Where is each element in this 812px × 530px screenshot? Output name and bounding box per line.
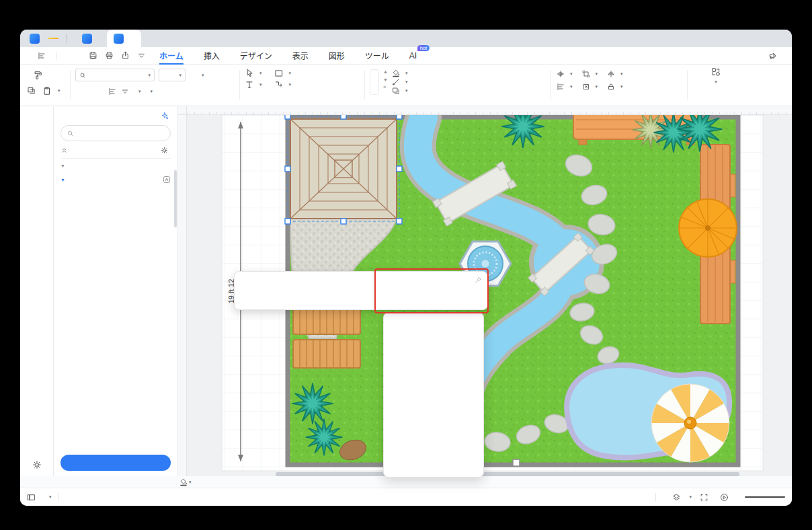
see-more-button[interactable] (60, 455, 171, 471)
resize-handle[interactable] (513, 459, 520, 466)
shape-search-input[interactable] (60, 125, 171, 141)
numbered-list-icon[interactable] (108, 87, 116, 96)
shapes-panel: ▼ ▼ (54, 106, 178, 476)
atoz-icon[interactable] (163, 176, 171, 184)
document-tab-garden-design[interactable] (75, 30, 107, 47)
collapse-all-button[interactable] (60, 147, 71, 154)
statusbar: ▾ ▾ (20, 488, 792, 506)
presentation-play-icon[interactable] (720, 493, 729, 502)
menubar: ホーム 挿入 デザイン 表示 図 (20, 47, 792, 65)
edrawmax-logo (30, 34, 40, 44)
tools-group: ▾ ▾ ▾ ▾ (245, 67, 360, 104)
font-size-select[interactable]: ▾ (159, 69, 186, 81)
size-menu[interactable]: ▾ (582, 83, 598, 91)
size-icon (582, 83, 590, 91)
divider (67, 34, 67, 43)
megaphone-icon (768, 51, 778, 61)
menu-tab[interactable]: 挿入 (202, 47, 221, 64)
ruler-corner (178, 106, 187, 115)
text-tool[interactable]: ▾ (245, 80, 262, 89)
select-tool[interactable]: ▾ (245, 69, 262, 78)
font-group: ▾ ▾ ▾ ▾ ▾ (75, 67, 235, 104)
shadow-icon (392, 87, 400, 95)
gear-icon (161, 147, 168, 154)
panel-scrollbar[interactable] (174, 170, 177, 227)
fullscreen-icon (700, 493, 708, 502)
publish-button[interactable] (768, 51, 781, 61)
position-menu[interactable]: ▾ (557, 70, 573, 78)
manage-button[interactable] (161, 147, 171, 154)
edrawmax-window: ホーム 挿入 デザイン 表示 図 (20, 30, 792, 506)
search-results-section[interactable]: ▼ (60, 163, 171, 168)
vertical-ruler (178, 115, 187, 476)
page-selector-caret[interactable]: ▾ (49, 494, 52, 500)
print-icon[interactable] (105, 51, 114, 60)
left-sidebar (20, 106, 54, 476)
text-icon (245, 80, 254, 89)
ribbon-toolbar: ▾ ▾ ▾ ▾ (20, 65, 792, 106)
rotate-icon (607, 70, 615, 78)
export-icon[interactable] (121, 51, 130, 60)
connector-icon (274, 80, 284, 89)
cursor-icon (245, 69, 254, 78)
ai-symbols-link[interactable] (161, 112, 171, 120)
font-family-select[interactable]: ▾ (75, 69, 155, 81)
format-painter-icon[interactable] (33, 71, 42, 80)
fill-menu[interactable]: ▾ (392, 69, 408, 77)
line-icon (392, 78, 400, 86)
save-icon[interactable] (89, 51, 97, 60)
bullet-list-icon[interactable] (121, 87, 129, 96)
pro-badge (48, 38, 58, 39)
zoom-slider[interactable] (745, 496, 785, 498)
menu-tab[interactable]: デザイン (239, 47, 274, 64)
collapse-ribbon-icon[interactable] (137, 51, 146, 60)
gazebo[interactable] (290, 119, 397, 219)
group-menu[interactable]: ▾ (582, 70, 598, 78)
file-menu[interactable] (38, 52, 49, 60)
plants-section[interactable]: ▼ (60, 176, 171, 184)
search-icon (79, 72, 86, 79)
edit-group: ▾ ▾ ▾ ▾ ▾ ▾ (557, 67, 683, 104)
fill-color-bucket[interactable]: ▾ (179, 478, 192, 486)
lock-menu[interactable]: ▾ (607, 83, 623, 91)
orange-umbrella[interactable] (679, 199, 737, 257)
pin-icon[interactable] (475, 274, 482, 286)
menu-tab[interactable]: 表示 (291, 47, 310, 64)
connector-tool[interactable]: ▾ (274, 80, 292, 89)
style-presets (370, 69, 379, 95)
group-icon (582, 70, 590, 78)
page-overview-icon[interactable] (27, 493, 36, 502)
align-icon (557, 83, 565, 91)
rotate-menu[interactable]: ▾ (607, 70, 623, 78)
line-menu[interactable]: ▾ (392, 78, 408, 86)
edrawmax-logo (114, 34, 124, 44)
align-menu[interactable]: ▾ (557, 83, 573, 91)
replace-shape-button[interactable]: ▾ (692, 67, 739, 85)
layers-icon[interactable] (672, 493, 681, 502)
copy-icon[interactable] (27, 86, 36, 96)
paste-icon[interactable] (42, 86, 52, 96)
edrawmax-logo (82, 34, 92, 44)
shadow-menu[interactable]: ▾ (392, 87, 408, 95)
menu-tab[interactable]: 図形 (327, 47, 346, 64)
lock-icon (607, 83, 615, 91)
menu-tab[interactable]: ツール (364, 47, 391, 64)
fullscreen-button[interactable] (700, 493, 712, 502)
fill-icon (392, 69, 400, 77)
settings-gear-icon[interactable] (32, 460, 42, 469)
menu-tab[interactable]: AI hot (408, 48, 418, 63)
title-tab-strip (20, 30, 792, 47)
document-tab-garden-plan[interactable] (107, 30, 141, 47)
menu-tab[interactable]: ホーム (158, 47, 185, 64)
sparkle-icon (161, 112, 169, 120)
style-group: ▲▼≡ ▾ ▾ ▾ (370, 67, 546, 104)
replace-shape-popup (383, 312, 484, 478)
replace-icon (711, 67, 721, 77)
menu-tabs: ホーム 挿入 デザイン 表示 図 (158, 47, 418, 64)
striped-pool-umbrella[interactable] (651, 384, 729, 462)
style-scroll-arrows[interactable]: ▲▼≡ (383, 69, 388, 89)
color-palette-bar: ▾ (20, 476, 792, 488)
shape-tool[interactable]: ▾ (274, 69, 292, 78)
square-icon (274, 69, 284, 78)
horizontal-ruler (187, 106, 792, 115)
